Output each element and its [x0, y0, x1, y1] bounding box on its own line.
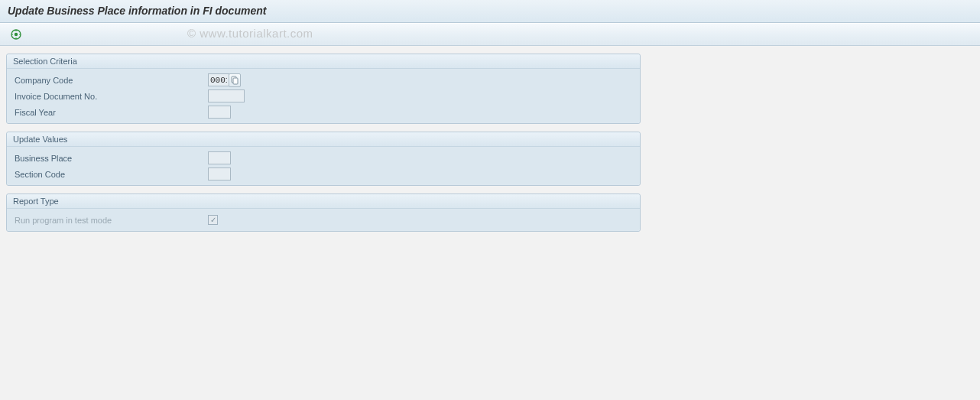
search-help-icon — [231, 76, 239, 85]
group-selection-criteria: Selection Criteria Company Code — [6, 54, 641, 124]
page-title: Update Business Place information in FI … — [8, 5, 972, 17]
group-update-values: Update Values Business Place Section Cod… — [6, 132, 641, 186]
svg-rect-7 — [233, 78, 238, 84]
label-company-code: Company Code — [13, 76, 208, 85]
toolbar: © www.tutorialkart.com — [0, 23, 980, 46]
invoice-document-no-input[interactable] — [208, 89, 245, 102]
execute-button[interactable] — [8, 27, 24, 42]
label-invoice-document-no: Invoice Document No. — [13, 92, 208, 101]
execute-icon — [11, 29, 21, 40]
label-business-place: Business Place — [13, 154, 208, 163]
group-report-type: Report Type Run program in test mode — [6, 193, 641, 232]
business-place-input[interactable] — [208, 151, 231, 164]
label-section-code: Section Code — [13, 170, 208, 179]
group-title-update: Update Values — [7, 132, 640, 147]
test-mode-checkbox[interactable] — [208, 215, 218, 225]
watermark-text: © www.tutorialkart.com — [187, 27, 313, 40]
content-area: Selection Criteria Company Code — [0, 46, 980, 247]
fiscal-year-input[interactable] — [208, 106, 231, 119]
label-fiscal-year: Fiscal Year — [13, 108, 208, 117]
label-run-test-mode: Run program in test mode — [13, 216, 208, 225]
group-title-report: Report Type — [7, 194, 640, 209]
svg-point-1 — [15, 33, 18, 36]
group-title-selection: Selection Criteria — [7, 54, 640, 69]
company-code-input[interactable] — [208, 73, 229, 86]
company-code-search-help-button[interactable] — [229, 73, 241, 87]
section-code-input[interactable] — [208, 167, 231, 180]
title-bar: Update Business Place information in FI … — [0, 0, 980, 23]
